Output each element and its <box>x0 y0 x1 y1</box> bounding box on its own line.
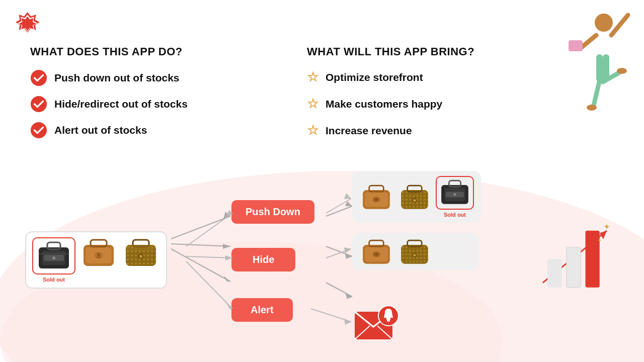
svg-point-67 <box>413 199 416 202</box>
svg-marker-37 <box>345 293 352 299</box>
svg-point-49 <box>98 254 100 257</box>
benefit-label-2: Make customers happy <box>326 98 442 110</box>
svg-line-90 <box>186 213 232 246</box>
svg-line-94 <box>186 261 232 309</box>
svg-text:✦: ✦ <box>597 237 602 243</box>
svg-line-13 <box>581 35 596 48</box>
svg-point-7 <box>31 122 47 138</box>
svg-line-30 <box>171 249 230 282</box>
svg-point-18 <box>617 68 627 74</box>
svg-point-8 <box>595 14 613 32</box>
left-section: WHAT DOES THIS APP DO? Push down out of … <box>30 45 282 148</box>
svg-marker-35 <box>345 254 352 259</box>
svg-point-89 <box>387 319 390 322</box>
check-icon-3 <box>30 122 47 139</box>
svg-line-12 <box>611 15 628 35</box>
benefit-label-1: Optimize storefront <box>326 71 423 83</box>
svg-line-100 <box>311 309 351 322</box>
check-icon-2 <box>30 96 47 113</box>
left-title: WHAT DOES THIS APP DO? <box>30 45 282 58</box>
svg-marker-29 <box>223 244 230 249</box>
svg-marker-101 <box>344 319 351 325</box>
source-bag-2 <box>79 237 118 267</box>
feature-item-2: Hide/redirect out of stocks <box>30 96 282 113</box>
alert-envelope <box>352 302 403 349</box>
feature-label-3: Alert out of stocks <box>54 124 147 136</box>
svg-marker-97 <box>344 193 351 199</box>
right-section: WHAT WILL THIS APP BRING? ☆ Optimize sto… <box>307 45 558 149</box>
svg-point-77 <box>375 253 377 255</box>
svg-point-83 <box>413 254 416 256</box>
svg-rect-21 <box>547 259 561 287</box>
svg-point-5 <box>31 70 47 86</box>
svg-point-56 <box>139 255 142 258</box>
check-icon-1 <box>30 69 47 86</box>
star-icon-2: ☆ <box>307 96 318 112</box>
push-down-result: Sold out <box>352 171 481 223</box>
svg-line-32 <box>326 206 352 216</box>
source-bag-3 <box>122 237 160 267</box>
sold-out-badge-1: Sold out <box>43 277 65 283</box>
hide-button[interactable]: Hide <box>231 248 295 272</box>
benefit-list: ☆ Optimize storefront ☆ Make customers h… <box>307 69 558 138</box>
star-icon-3: ☆ <box>307 123 318 138</box>
feature-item-1: Push down out of stocks <box>30 69 282 86</box>
svg-rect-14 <box>569 40 583 51</box>
svg-marker-31 <box>223 276 230 282</box>
feature-label-2: Hide/redirect out of stocks <box>54 98 188 110</box>
svg-point-42 <box>52 256 55 259</box>
feature-list: Push down out of stocks Hide/redirect ou… <box>30 69 282 139</box>
svg-rect-10 <box>596 54 603 82</box>
star-icon-1: ☆ <box>307 69 318 85</box>
sold-out-badge-2: Sold out <box>444 212 466 218</box>
feature-label-1: Push down out of stocks <box>54 72 180 84</box>
dancer-figure <box>553 0 634 121</box>
svg-rect-22 <box>567 247 581 288</box>
app-logo <box>15 9 41 37</box>
svg-line-96 <box>326 199 351 213</box>
bar-chart: ✦ ✦ <box>533 221 614 292</box>
source-bag-1: Sold out <box>32 237 75 283</box>
source-bags-box: Sold out <box>25 231 167 289</box>
svg-text:✦: ✦ <box>603 222 610 232</box>
alert-button[interactable]: Alert <box>231 298 293 322</box>
svg-line-28 <box>171 244 230 246</box>
feature-item-3: Alert out of stocks <box>30 122 282 139</box>
benefit-item-3: ☆ Increase revenue <box>307 123 558 138</box>
benefit-label-3: Increase revenue <box>326 125 412 137</box>
svg-rect-54 <box>127 245 155 251</box>
benefit-item-2: ☆ Make customers happy <box>307 96 558 112</box>
svg-marker-33 <box>345 201 352 206</box>
svg-rect-9 <box>596 32 611 57</box>
svg-line-98 <box>326 249 351 258</box>
push-down-button[interactable]: Push Down <box>231 200 314 224</box>
svg-point-6 <box>31 96 47 112</box>
svg-line-36 <box>326 283 352 297</box>
right-title: WHAT WILL THIS APP BRING? <box>307 45 558 58</box>
benefit-item-1: ☆ Optimize storefront <box>307 69 558 85</box>
svg-line-26 <box>171 216 230 239</box>
svg-point-61 <box>375 199 377 201</box>
svg-marker-99 <box>344 247 351 253</box>
svg-line-34 <box>326 246 352 256</box>
hide-result <box>352 233 479 270</box>
svg-point-72 <box>453 193 456 196</box>
svg-marker-27 <box>223 212 230 219</box>
svg-line-16 <box>594 82 599 106</box>
svg-line-92 <box>186 256 232 258</box>
svg-point-17 <box>587 105 597 111</box>
